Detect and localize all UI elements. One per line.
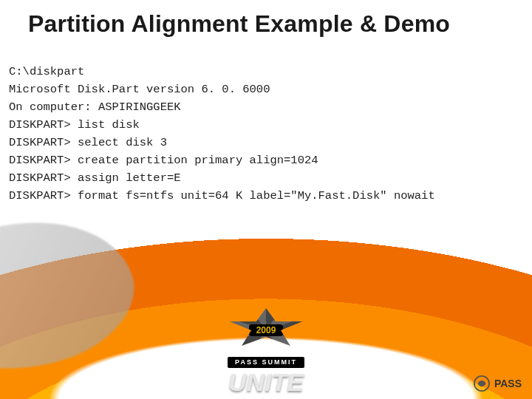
code-line: DISKPART> select disk 3: [9, 136, 167, 149]
code-line: DISKPART> assign letter=E: [9, 171, 181, 185]
footer-logo: PASS: [474, 375, 522, 392]
code-line: DISKPART> format fs=ntfs unit=64 K label…: [9, 189, 435, 202]
code-line: DISKPART> list disk: [9, 118, 140, 132]
badge-year: 2009: [249, 324, 283, 336]
code-line: On computer: ASPIRINGGEEK: [9, 100, 181, 114]
code-line: DISKPART> create partition primary align…: [9, 154, 318, 167]
badge-word: UNITE: [177, 369, 355, 395]
event-badge: 2009 PASS SUMMIT UNITE: [177, 308, 355, 395]
terminal-output: C:\diskpart Microsoft Disk.Part version …: [9, 63, 532, 205]
code-line: Microsoft Disk.Part version 6. 0. 6000: [9, 83, 270, 96]
slide-title: Partition Alignment Example & Demo: [28, 10, 532, 38]
pass-icon: [474, 375, 490, 392]
star-icon: 2009: [225, 308, 307, 352]
code-line: C:\diskpart: [9, 65, 84, 78]
footer-logo-text: PASS: [494, 378, 522, 389]
badge-bar: PASS SUMMIT: [228, 357, 304, 368]
